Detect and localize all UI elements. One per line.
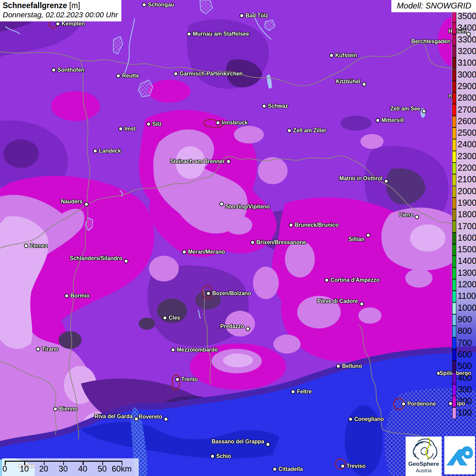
colorbar-tick-2800: 2800 [458, 94, 476, 102]
scale-bar-label: 40 [78, 464, 87, 474]
colorbar-tick-1700: 1700 [458, 222, 476, 230]
city-label-predazzo: Predazzo [220, 324, 244, 329]
colorbar-tick-2100: 2100 [458, 175, 476, 184]
city-label-conegliano: Conegliano [354, 417, 384, 422]
colorbar-cell-1900 [452, 198, 456, 209]
city-label-bormio: Bormio [70, 293, 89, 299]
colorbar-cell-1600 [452, 233, 456, 244]
city-dot-schwaz [262, 104, 267, 108]
city-label-bad-t-lz: Bad Tölz [245, 13, 268, 18]
city-dot-schio [210, 454, 215, 459]
title-unit: [m] [69, 1, 80, 10]
city-label-reutte: Reutte [122, 73, 139, 79]
colorbar-tick-700: 700 [458, 338, 472, 347]
city-label-schlanders-silandro: Schlanders/Silandro [70, 256, 122, 261]
city-label-bassano-del-grappa: Bassano del Grappa [211, 439, 264, 444]
city-dot-steinach-am-brenner [226, 159, 231, 164]
colorbar-cell-1700 [452, 221, 456, 232]
colorbar-cell-400 [452, 372, 456, 384]
colorbar-cell-2100 [452, 174, 456, 186]
colorbar-tick-1400: 1400 [458, 257, 476, 265]
map-title: Schneefallgrenze [m] [3, 1, 118, 11]
city-label-kitzb-hel: Kitzbühel [336, 79, 360, 84]
colorbar-cell-700 [452, 337, 456, 349]
colorbar-tick-2500: 2500 [458, 129, 476, 137]
city-label-silz: Silz [152, 121, 162, 127]
city-dot-pieve-di-cadore [360, 302, 364, 306]
colorbar-cell-1400 [452, 256, 456, 267]
city-dot-meran-merano [182, 250, 187, 254]
city-label-treviso: Treviso [346, 463, 366, 469]
colorbar-tick-1500: 1500 [458, 245, 476, 254]
city-label-steinach-am-brenner: Steinach am Brenner [170, 159, 225, 164]
colorbar-cell-2600 [452, 116, 456, 128]
colorbar-tick-800: 800 [458, 327, 472, 335]
colorbar-tick-1300: 1300 [458, 268, 476, 277]
colorbar-tick-100: 100 [458, 408, 472, 417]
colorbar-cell-800 [452, 326, 456, 337]
colorbar-tick-300: 300 [458, 385, 472, 393]
city-dot-rovereto [164, 417, 168, 422]
colorbar-tick-2200: 2200 [458, 164, 476, 172]
colorbar-cell-3100 [452, 57, 456, 69]
colorbar-cell-1800 [452, 209, 456, 221]
city-dot-bormio [65, 294, 69, 298]
colorbar-tick-2700: 2700 [458, 105, 476, 114]
scale-bar-label: 20 [39, 464, 48, 474]
city-label-lienz: Lienz [399, 212, 413, 218]
colorbar-tick-1100: 1100 [458, 292, 476, 300]
city-dot-bruneck-brunico [289, 223, 293, 227]
geosphere-logo-box: GeoSphere Austria [406, 437, 442, 476]
city-dot-reutte [116, 74, 121, 78]
colorbar-tick-2000: 2000 [458, 187, 476, 195]
city-dot-treviso [341, 464, 345, 469]
city-dot-kufstein [329, 53, 334, 58]
colorbar-cell-2000 [452, 186, 456, 198]
city-dot-conegliano [348, 417, 353, 422]
city-dot-schlanders-silandro [124, 259, 129, 264]
city-dot-zell-am-ziller [287, 129, 292, 133]
city-dot-kitzb-hel [362, 82, 367, 87]
city-dot-bad-t-lz [240, 14, 244, 18]
city-label-mezzolombardo: Mezzolombardo [177, 347, 218, 353]
colorbar-tick-3200: 3200 [458, 47, 476, 55]
colorbar-tick-2400: 2400 [458, 140, 476, 149]
city-dot-sillian [366, 233, 371, 238]
colorbar-tick-1800: 1800 [458, 210, 476, 219]
city-dot-brixen-bressanone [251, 240, 255, 245]
city-label-brixen-bressanone: Brixen/Bressanone [256, 240, 306, 245]
scale-bar: 0102030405060km [2, 458, 139, 476]
city-dot-zell-am-see [422, 109, 426, 114]
city-label-matrei-in-osttirol: Matrei in Osttirol [339, 176, 382, 181]
city-dot-bozen-bolzano [206, 291, 211, 296]
city-dot-cittadella [273, 467, 277, 472]
city-dot-tirano [36, 347, 40, 352]
model-label: Modell: SNOWGRID [391, 0, 476, 12]
city-dot-garmisch-partenkirchen [174, 72, 178, 76]
colorbar-tick-1900: 1900 [458, 198, 476, 207]
city-label-kempten: Kempten [62, 21, 85, 27]
colorbar-tick-1600: 1600 [458, 233, 476, 242]
city-dot-cles [163, 316, 167, 320]
city-label-tirano: Tirano [42, 346, 58, 352]
colorbar-tick-3400: 3400 [458, 23, 476, 32]
city-label-sillian: Sillian [348, 237, 364, 242]
city-dot-riva-del-garda [134, 417, 139, 421]
colorbar-tick-2900: 2900 [458, 82, 476, 90]
colorbar-cell-2300 [452, 151, 456, 163]
colorbar-cell-3000 [452, 69, 456, 81]
city-label-garmisch-partenkirchen: Garmisch-Partenkirchen [180, 71, 243, 76]
city-label-belluno: Belluno [342, 363, 362, 369]
city-label-bruneck-brunico: Bruneck/Brunico [295, 222, 339, 228]
city-dot-sonthofen [52, 68, 56, 72]
city-label-kufstein: Kufstein [335, 53, 357, 58]
city-dot-mittersill [376, 118, 380, 123]
colorbar-cell-2200 [452, 163, 456, 174]
colorbar-cell-300 [452, 384, 456, 396]
colorbar-cell-1300 [452, 268, 456, 279]
fragment-dot [448, 402, 453, 406]
colorbar-tick-1000: 1000 [458, 303, 476, 312]
colorbar-cell-3300 [452, 34, 456, 46]
scale-bar-label: 30 [59, 464, 68, 474]
colorbar-cell-600 [452, 349, 456, 361]
